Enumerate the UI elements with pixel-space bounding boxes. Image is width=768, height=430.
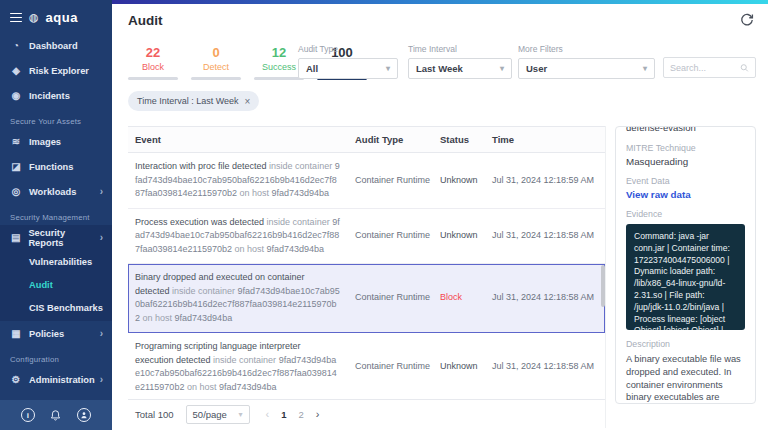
sidebar-item-dashboard[interactable]: ◔ Dashboard bbox=[0, 33, 112, 58]
column-header-event: Event bbox=[128, 134, 355, 145]
sidebar-item-label: Dashboard bbox=[29, 41, 78, 51]
notifications-icon[interactable] bbox=[48, 408, 63, 423]
prev-page-icon[interactable]: ‹ bbox=[266, 408, 270, 420]
policies-icon: ▦ bbox=[9, 328, 23, 339]
detect-label: Detect bbox=[191, 62, 241, 72]
block-count: 22 bbox=[128, 45, 178, 60]
view-raw-data-link[interactable]: View raw data bbox=[626, 189, 745, 200]
sidebar-item-risk-explorer[interactable]: ◈ Risk Explorer bbox=[0, 58, 112, 83]
host-id: 9fad743d94ba bbox=[175, 313, 233, 323]
tab-detect[interactable]: 0 Detect bbox=[191, 45, 241, 80]
user-icon[interactable] bbox=[77, 408, 91, 422]
images-icon: ≋ bbox=[9, 136, 23, 147]
column-header-status: Status bbox=[440, 134, 492, 145]
chip-text: Time Interval : Last Week bbox=[137, 96, 239, 106]
next-page-icon[interactable]: › bbox=[316, 408, 320, 420]
dashboard-icon: ◔ bbox=[9, 40, 23, 51]
functions-icon: ◪ bbox=[9, 161, 23, 172]
total-count: Total 100 bbox=[135, 409, 174, 420]
sidebar: ◍ aqua ◔ Dashboard ◈ Risk Explorer ◉ Inc… bbox=[0, 0, 112, 430]
sidebar-item-label: Policies bbox=[29, 329, 64, 339]
search-input[interactable] bbox=[670, 63, 740, 73]
sidebar-item-administration[interactable]: ⚙ Administration › bbox=[0, 367, 112, 392]
sidebar-item-label: Images bbox=[29, 137, 61, 147]
time-interval-select[interactable]: Last Week ▾ bbox=[408, 58, 512, 79]
sidebar-item-security-reports[interactable]: ▤ Security Reports › bbox=[0, 225, 112, 250]
description-text: A binary executable file was dropped and… bbox=[626, 353, 745, 404]
more-filters-label: More Filters bbox=[518, 44, 655, 54]
audit-type-select[interactable]: All ▾ bbox=[298, 58, 398, 79]
sidebar-item-label: Audit bbox=[29, 280, 53, 290]
event-muted: inside container bbox=[267, 217, 330, 227]
page-1-button[interactable]: 1 bbox=[281, 409, 286, 420]
sidebar-item-images[interactable]: ≋ Images bbox=[0, 129, 112, 154]
event-muted: on host bbox=[239, 188, 269, 198]
host-id: 9fad743d94ba bbox=[272, 188, 330, 198]
sidebar-section-configuration: Configuration bbox=[0, 346, 112, 367]
tab-underline bbox=[254, 77, 304, 80]
filter-chip-time-interval: Time Interval : Last Week × bbox=[128, 91, 259, 111]
time-cell: Jul 31, 2024 12:18:59 AM bbox=[492, 174, 605, 188]
aqua-logo-text: aqua bbox=[46, 10, 78, 25]
more-filters-select[interactable]: User ▾ bbox=[518, 58, 655, 79]
status-badge: Unknown bbox=[440, 174, 492, 188]
detect-count: 0 bbox=[191, 45, 241, 60]
event-detail-panel: defense-evasion MITRE Technique Masquera… bbox=[615, 126, 756, 404]
info-icon[interactable]: i bbox=[21, 408, 35, 422]
sidebar-item-policies[interactable]: ▦ Policies › bbox=[0, 321, 112, 346]
menu-icon[interactable] bbox=[10, 13, 22, 23]
per-page-value: 50/page bbox=[193, 409, 227, 420]
chevron-down-icon: ▾ bbox=[386, 64, 390, 73]
table-header: Event Audit Type Status Time bbox=[128, 126, 605, 153]
page-title: Audit bbox=[128, 13, 163, 28]
per-page-select[interactable]: 50/page ▾ bbox=[186, 405, 250, 424]
event-muted: inside container bbox=[213, 355, 276, 365]
event-muted: on host bbox=[234, 244, 264, 254]
sidebar-item-label: CIS Benchmarks bbox=[29, 303, 103, 313]
event-title: Interaction with proc file detected bbox=[135, 161, 267, 171]
event-cell: Process execution was detected inside co… bbox=[128, 216, 355, 257]
event-data-label: Event Data bbox=[626, 176, 745, 186]
search-box bbox=[663, 57, 756, 78]
status-badge-block: Block bbox=[440, 291, 492, 305]
filter-time-interval: Time Interval Last Week ▾ bbox=[408, 44, 512, 79]
table-scrollbar[interactable] bbox=[601, 265, 605, 307]
table-row[interactable]: Interaction with proc file detected insi… bbox=[128, 153, 605, 209]
refresh-icon[interactable] bbox=[740, 13, 754, 27]
incidents-icon: ◉ bbox=[9, 90, 23, 101]
chevron-down-icon: ▾ bbox=[239, 410, 243, 419]
page-2-button[interactable]: 2 bbox=[299, 409, 304, 420]
sidebar-item-incidents[interactable]: ◉ Incidents bbox=[0, 83, 112, 108]
host-id: 9fad743d94ba bbox=[219, 382, 277, 392]
sidebar-item-functions[interactable]: ◪ Functions bbox=[0, 154, 112, 179]
evidence-code-block: Command: java -jar conn.jar | Container … bbox=[626, 224, 745, 330]
tab-underline bbox=[128, 77, 178, 80]
aqua-logo-icon: ◍ bbox=[29, 12, 39, 23]
event-cell: Programing scripting language interprete… bbox=[128, 340, 355, 394]
evidence-label: Evidence bbox=[626, 209, 745, 219]
filter-audit-type: Audit Type All ▾ bbox=[298, 44, 398, 79]
audit-type-cell: Container Runtime bbox=[355, 229, 440, 243]
sidebar-item-label: Vulnerabilities bbox=[29, 257, 92, 267]
tab-success[interactable]: 12 Success bbox=[254, 45, 304, 80]
tab-underline bbox=[191, 77, 241, 80]
description-label: Description bbox=[626, 339, 745, 349]
workloads-icon: ◎ bbox=[9, 186, 23, 197]
mitre-technique-label: MITRE Technique bbox=[626, 143, 745, 153]
table-row[interactable]: Process execution was detected inside co… bbox=[128, 209, 605, 265]
mitre-technique-value: Masquerading bbox=[626, 156, 745, 167]
tab-block[interactable]: 22 Block bbox=[128, 45, 178, 80]
table-row-selected[interactable]: Binary dropped and executed on container… bbox=[128, 264, 605, 333]
sidebar-item-audit[interactable]: Audit bbox=[0, 273, 112, 296]
sidebar-item-workloads[interactable]: ◎ Security Reports Workloads › bbox=[0, 179, 112, 204]
time-cell: Jul 31, 2024 12:18:58 AM bbox=[492, 360, 605, 374]
table-row[interactable]: Programing scripting language interprete… bbox=[128, 333, 605, 399]
sidebar-item-vulnerabilities[interactable]: Vulnerabilities bbox=[0, 250, 112, 273]
close-icon[interactable]: × bbox=[245, 96, 251, 107]
time-interval-value: Last Week bbox=[416, 63, 463, 74]
risk-explorer-icon: ◈ bbox=[9, 65, 23, 76]
sidebar-footer: i bbox=[0, 400, 112, 430]
event-muted: on host bbox=[143, 313, 173, 323]
sidebar-item-cis-benchmarks[interactable]: CIS Benchmarks bbox=[0, 296, 112, 319]
pagination-bar: Total 100 50/page ▾ ‹ 1 2 › bbox=[128, 399, 605, 428]
